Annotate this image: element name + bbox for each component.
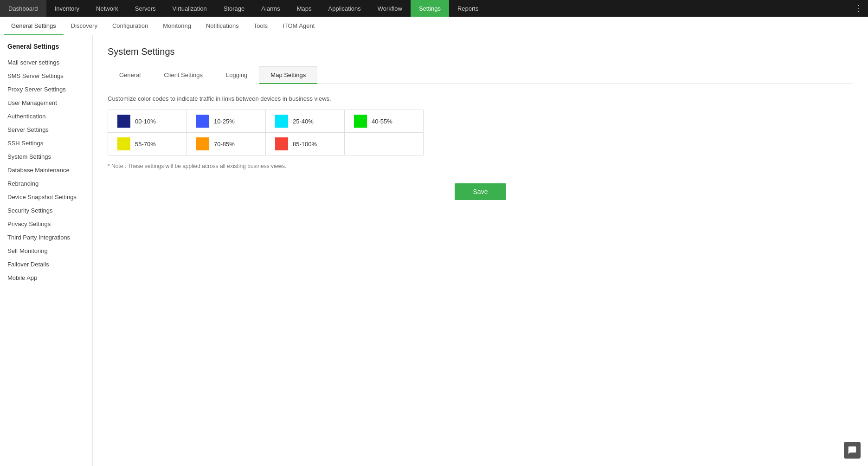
top-nav-item-virtualization[interactable]: Virtualization xyxy=(164,0,215,17)
top-nav-item-applications[interactable]: Applications xyxy=(320,0,369,17)
sidebar: General Settings Mail server settingsSMS… xyxy=(0,35,93,466)
top-nav-item-network[interactable]: Network xyxy=(88,0,127,17)
top-nav-item-alarms[interactable]: Alarms xyxy=(253,0,288,17)
color-range-label: 10-25% xyxy=(214,118,235,125)
top-nav-item-reports[interactable]: Reports xyxy=(449,0,487,17)
sidebar-item-security-settings[interactable]: Security Settings xyxy=(0,204,92,217)
color-cell: 85-100% xyxy=(266,133,345,155)
top-nav-item-dashboard[interactable]: Dashboard xyxy=(0,0,46,17)
sidebar-title: General Settings xyxy=(0,43,92,56)
chat-icon[interactable] xyxy=(844,442,861,459)
sidebar-item-failover-details[interactable]: Failover Details xyxy=(0,258,92,271)
color-range-label: 40-55% xyxy=(372,118,392,125)
sidebar-item-mobile-app[interactable]: Mobile App xyxy=(0,271,92,285)
top-nav-item-workflow[interactable]: Workflow xyxy=(369,0,411,17)
color-cell xyxy=(345,133,424,155)
color-range-label: 85-100% xyxy=(293,141,317,148)
sidebar-item-server-settings[interactable]: Server Settings xyxy=(0,123,92,136)
second-nav-item-notifications[interactable]: Notifications xyxy=(199,17,246,35)
second-nav-item-general-settings[interactable]: General Settings xyxy=(4,17,64,35)
page-layout: General Settings Mail server settingsSMS… xyxy=(0,35,868,466)
color-range-label: 70-85% xyxy=(214,141,235,148)
second-nav-item-tools[interactable]: Tools xyxy=(246,17,275,35)
sidebar-item-sms-server-settings[interactable]: SMS Server Settings xyxy=(0,69,92,83)
color-cell: 40-55% xyxy=(345,110,424,133)
tab-bar: GeneralClient SettingsLoggingMap Setting… xyxy=(108,66,853,84)
sidebar-item-third-party-integrations[interactable]: Third Party Integrations xyxy=(0,231,92,244)
color-swatch[interactable] xyxy=(354,115,367,128)
sidebar-item-self-monitoring[interactable]: Self Monitoring xyxy=(0,244,92,258)
sidebar-item-authentication[interactable]: Authentication xyxy=(0,110,92,123)
color-swatch[interactable] xyxy=(196,137,209,150)
top-nav-item-inventory[interactable]: Inventory xyxy=(46,0,88,17)
tab-logging[interactable]: Logging xyxy=(214,66,259,84)
sidebar-item-ssh-settings[interactable]: SSH Settings xyxy=(0,136,92,150)
top-nav-item-settings[interactable]: Settings xyxy=(411,0,449,17)
color-swatch[interactable] xyxy=(117,115,130,128)
color-range-label: 00-10% xyxy=(135,118,156,125)
color-swatch[interactable] xyxy=(275,115,288,128)
note-text: * Note : These settings will be applied … xyxy=(108,163,853,169)
color-range-label: 55-70% xyxy=(135,141,156,148)
tab-client-settings[interactable]: Client Settings xyxy=(152,66,214,84)
sidebar-item-system-settings[interactable]: System Settings xyxy=(0,150,92,163)
page-title: System Settings xyxy=(108,46,853,57)
color-settings-table: 00-10%10-25%25-40%40-55%55-70%70-85%85-1… xyxy=(108,110,424,155)
more-options-icon[interactable]: ⋮ xyxy=(849,0,868,17)
sidebar-item-database-maintenance[interactable]: Database Maintenance xyxy=(0,163,92,177)
color-cell: 55-70% xyxy=(108,133,187,155)
second-nav-item-monitoring[interactable]: Monitoring xyxy=(155,17,199,35)
description-text: Customize color codes to indicate traffi… xyxy=(108,95,853,102)
color-swatch[interactable] xyxy=(117,137,130,150)
color-swatch[interactable] xyxy=(275,137,288,150)
second-nav-item-itom-agent[interactable]: ITOM Agent xyxy=(275,17,322,35)
main-content: System Settings GeneralClient SettingsLo… xyxy=(93,35,868,466)
save-button[interactable]: Save xyxy=(455,183,507,200)
top-nav-item-servers[interactable]: Servers xyxy=(127,0,164,17)
sidebar-item-device-snapshot-settings[interactable]: Device Snapshot Settings xyxy=(0,190,92,204)
second-nav-item-configuration[interactable]: Configuration xyxy=(105,17,155,35)
top-nav-item-maps[interactable]: Maps xyxy=(289,0,320,17)
sidebar-item-privacy-settings[interactable]: Privacy Settings xyxy=(0,217,92,231)
color-cell: 10-25% xyxy=(187,110,266,133)
sidebar-item-rebranding[interactable]: Rebranding xyxy=(0,177,92,190)
top-navigation: DashboardInventoryNetworkServersVirtuali… xyxy=(0,0,868,17)
second-navigation: General SettingsDiscoveryConfigurationMo… xyxy=(0,17,868,35)
sidebar-item-user-management[interactable]: User Management xyxy=(0,96,92,110)
tab-general[interactable]: General xyxy=(108,66,152,84)
sidebar-item-mail-server-settings[interactable]: Mail server settings xyxy=(0,56,92,69)
color-cell: 25-40% xyxy=(266,110,345,133)
top-nav-item-storage[interactable]: Storage xyxy=(215,0,253,17)
color-cell: 70-85% xyxy=(187,133,266,155)
second-nav-item-discovery[interactable]: Discovery xyxy=(64,17,105,35)
color-cell: 00-10% xyxy=(108,110,187,133)
tab-map-settings[interactable]: Map Settings xyxy=(259,66,317,84)
color-range-label: 25-40% xyxy=(293,118,314,125)
sidebar-item-proxy-server-settings[interactable]: Proxy Server Settings xyxy=(0,83,92,96)
color-swatch[interactable] xyxy=(196,115,209,128)
